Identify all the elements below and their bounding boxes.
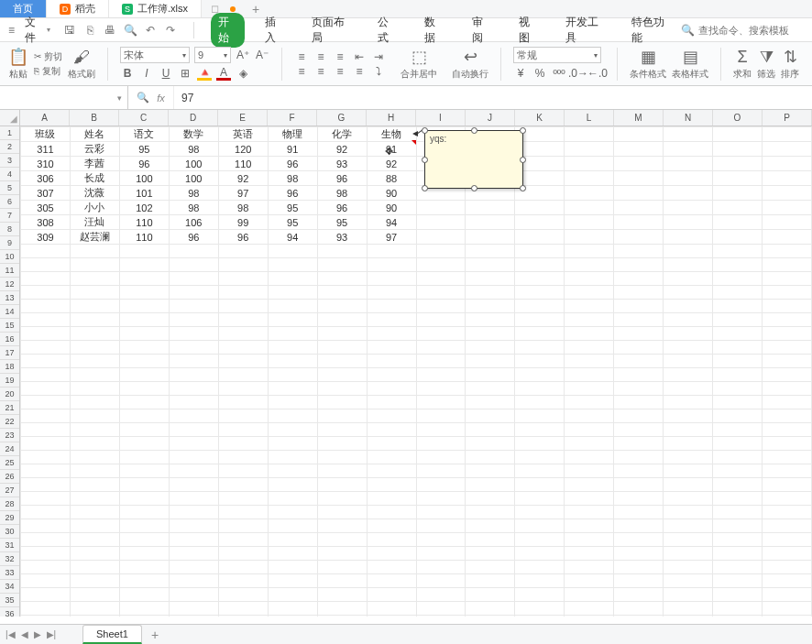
cell[interactable] [762, 313, 811, 327]
cell[interactable] [614, 245, 664, 258]
cell[interactable] [762, 341, 811, 355]
cell[interactable] [21, 519, 71, 533]
cell[interactable] [762, 272, 811, 286]
cell[interactable] [762, 382, 811, 396]
cell[interactable] [21, 245, 71, 258]
cell[interactable] [218, 533, 268, 547]
cell[interactable]: 106 [169, 215, 218, 230]
cell[interactable] [218, 355, 268, 368]
cell[interactable] [466, 300, 515, 313]
cell[interactable] [317, 341, 367, 355]
cell[interactable] [218, 286, 268, 300]
cell[interactable] [614, 409, 664, 423]
cell[interactable] [713, 245, 763, 258]
cell[interactable] [169, 451, 218, 464]
cell[interactable] [367, 368, 416, 382]
cell[interactable] [664, 478, 713, 492]
italic-button[interactable]: I [139, 66, 154, 81]
cell[interactable] [416, 547, 466, 561]
cell[interactable] [565, 313, 614, 327]
cell[interactable] [565, 171, 614, 186]
cell[interactable] [762, 201, 811, 215]
cell[interactable] [317, 355, 367, 368]
cell[interactable] [70, 561, 119, 574]
cell[interactable] [119, 519, 169, 533]
cell[interactable] [268, 245, 317, 258]
cell[interactable] [317, 451, 367, 464]
cell[interactable] [614, 230, 664, 245]
cell[interactable] [565, 506, 614, 519]
cell[interactable]: 96 [119, 157, 169, 171]
cell[interactable] [70, 547, 119, 561]
cell[interactable] [762, 215, 811, 230]
cell[interactable] [515, 561, 565, 574]
cell[interactable] [317, 506, 367, 519]
cell[interactable] [218, 588, 268, 602]
cell[interactable] [367, 272, 416, 286]
cell[interactable] [317, 286, 367, 300]
cell[interactable] [466, 519, 515, 533]
cell[interactable] [614, 561, 664, 574]
cell[interactable] [614, 602, 664, 616]
cell[interactable] [218, 258, 268, 272]
row-header[interactable]: 9 [0, 236, 19, 250]
cell[interactable] [565, 574, 614, 588]
cell[interactable] [762, 355, 811, 368]
cell[interactable] [713, 368, 763, 382]
cell[interactable] [416, 382, 466, 396]
cell[interactable] [169, 382, 218, 396]
cell[interactable] [317, 396, 367, 409]
cell[interactable] [614, 574, 664, 588]
nav-last-icon[interactable]: ▶| [47, 629, 57, 639]
cell[interactable] [317, 616, 367, 617]
cell[interactable] [614, 127, 664, 142]
cell[interactable] [416, 588, 466, 602]
cell[interactable] [169, 478, 218, 492]
cell[interactable] [762, 561, 811, 574]
cell[interactable] [713, 272, 763, 286]
cell[interactable]: 云彩 [70, 142, 119, 157]
row-header[interactable]: 21 [0, 401, 19, 415]
cell[interactable] [416, 300, 466, 313]
cell[interactable] [762, 258, 811, 272]
cell[interactable] [713, 300, 763, 313]
cell[interactable] [614, 616, 664, 617]
cell[interactable] [466, 533, 515, 547]
cell[interactable] [169, 616, 218, 617]
cell[interactable] [317, 464, 367, 478]
cell[interactable] [614, 588, 664, 602]
format-painter-button[interactable]: 🖌 格式刷 [68, 48, 95, 81]
cell[interactable] [614, 396, 664, 409]
cell[interactable] [565, 157, 614, 171]
cell[interactable] [70, 506, 119, 519]
cell[interactable] [466, 368, 515, 382]
cell[interactable] [565, 602, 614, 616]
cell[interactable] [416, 313, 466, 327]
undo-icon[interactable]: ↶ [144, 24, 157, 37]
cell[interactable]: 98 [317, 186, 367, 201]
cell[interactable] [713, 396, 763, 409]
cell[interactable] [367, 245, 416, 258]
cell[interactable]: 92 [367, 157, 416, 171]
cell[interactable] [515, 201, 565, 215]
paste-button[interactable]: 📋 粘贴 [8, 47, 28, 81]
cell[interactable] [367, 519, 416, 533]
row-header[interactable]: 35 [0, 594, 19, 607]
cell[interactable] [614, 142, 664, 157]
cell[interactable]: 91 [268, 142, 317, 157]
cell[interactable]: 汪灿 [70, 215, 119, 230]
cell[interactable] [713, 464, 763, 478]
cell[interactable] [367, 396, 416, 409]
cell[interactable] [416, 574, 466, 588]
cell[interactable] [268, 382, 317, 396]
cell[interactable] [21, 286, 71, 300]
cell[interactable] [713, 171, 763, 186]
cell[interactable] [268, 492, 317, 506]
cell[interactable] [762, 574, 811, 588]
cell[interactable] [169, 272, 218, 286]
cell[interactable] [119, 533, 169, 547]
cell[interactable] [317, 437, 367, 451]
font-size-select[interactable]: 9▾ [194, 47, 231, 63]
cell[interactable] [218, 478, 268, 492]
cell[interactable] [713, 215, 763, 230]
